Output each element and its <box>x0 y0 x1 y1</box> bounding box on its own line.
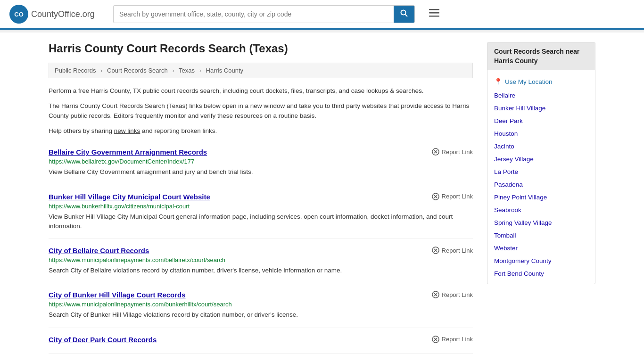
sidebar-item[interactable]: Spring Valley Village <box>487 216 595 229</box>
result-url: https://www.municipalonlinepayments.com/… <box>49 301 473 308</box>
result-url: https://www.bunkerhilltx.gov/citizens/mu… <box>49 203 473 210</box>
logo-icon: CO <box>9 5 28 24</box>
sidebar-item-link-piney-point-village[interactable]: Piney Point Village <box>494 194 547 201</box>
report-link[interactable]: Report Link <box>432 193 473 200</box>
sidebar-item-link-bunker-hill-village[interactable]: Bunker Hill Village <box>494 105 545 112</box>
report-link-label: Report Link <box>442 148 473 156</box>
results-container: Bellaire City Government Arraignment Rec… <box>49 140 473 353</box>
breadcrumb: Public Records › Court Records Search › … <box>49 63 473 78</box>
result-url: https://www.bellairetx.gov/DocumentCente… <box>49 158 473 165</box>
sidebar-item-link-seabrook[interactable]: Seabrook <box>494 206 521 214</box>
breadcrumb-court-records-search[interactable]: Court Records Search <box>107 67 168 74</box>
report-icon <box>432 148 439 156</box>
sidebar-item[interactable]: Jacinto <box>487 140 595 153</box>
result-item: City of Bunker Hill Village Court Record… <box>49 283 473 328</box>
sidebar-header: Court Records Search near Harris County <box>487 42 595 70</box>
intro-paragraph-2: The Harris County Court Records Search (… <box>49 101 473 121</box>
use-my-location[interactable]: 📍 Use My Location <box>487 74 595 89</box>
sidebar-item-link-fort-bend-county[interactable]: Fort Bend County <box>494 270 544 277</box>
result-title-link[interactable]: City of Bellaire Court Records <box>49 247 149 255</box>
sidebar-item[interactable]: Montgomery County <box>487 255 595 267</box>
sidebar-item[interactable]: Webster <box>487 242 595 255</box>
svg-text:CO: CO <box>14 11 24 18</box>
sidebar-item-link-webster[interactable]: Webster <box>494 245 518 252</box>
logo-text: CountyOffice.org <box>31 9 95 19</box>
sidebar-items-container: BellaireBunker Hill VillageDeer ParkHous… <box>487 89 595 280</box>
result-url: https://www.municipalonlinepayments.com/… <box>49 256 473 263</box>
report-icon <box>432 247 439 254</box>
main-content: Harris County Court Records Search (Texa… <box>49 42 473 354</box>
search-button[interactable] <box>394 6 414 23</box>
breadcrumb-harris-county[interactable]: Harris County <box>206 67 243 74</box>
sidebar-item[interactable]: Jersey Village <box>487 153 595 165</box>
new-links-link[interactable]: new links <box>114 127 140 134</box>
sidebar-item-link-deer-park[interactable]: Deer Park <box>494 117 523 124</box>
report-icon <box>432 336 439 343</box>
sidebar-item[interactable]: Bellaire <box>487 89 595 102</box>
sidebar-item-link-houston[interactable]: Houston <box>494 130 518 137</box>
result-item: Bellaire City Government Arraignment Rec… <box>49 140 473 185</box>
report-link-label: Report Link <box>442 336 473 343</box>
sidebar-item[interactable]: Tomball <box>487 229 595 242</box>
sidebar-item-link-pasadena[interactable]: Pasadena <box>494 181 523 188</box>
intro-paragraph-3: Help others by sharing new links and rep… <box>49 126 473 136</box>
sidebar-item-link-tomball[interactable]: Tomball <box>494 232 516 239</box>
report-link[interactable]: Report Link <box>432 336 473 343</box>
sidebar-item[interactable]: Pasadena <box>487 178 595 191</box>
sidebar-item[interactable]: Fort Bend County <box>487 267 595 280</box>
logo[interactable]: CO CountyOffice.org <box>9 5 104 24</box>
sidebar-item-link-bellaire[interactable]: Bellaire <box>494 92 515 99</box>
report-link[interactable]: Report Link <box>432 247 473 254</box>
svg-rect-5 <box>429 12 439 14</box>
svg-line-3 <box>405 15 408 17</box>
sidebar-item-link-la-porte[interactable]: La Porte <box>494 168 518 175</box>
report-link-label: Report Link <box>442 247 473 254</box>
svg-point-2 <box>401 10 406 15</box>
result-description: View Bellaire City Government arraignmen… <box>49 167 473 177</box>
sidebar-item-link-jersey-village[interactable]: Jersey Village <box>494 156 534 163</box>
menu-button[interactable] <box>429 8 439 20</box>
result-item: City of Bellaire Court RecordsReport Lin… <box>49 239 473 283</box>
report-icon <box>432 291 439 298</box>
pin-icon: 📍 <box>494 78 502 85</box>
sidebar-item[interactable]: Bunker Hill Village <box>487 102 595 115</box>
search-input[interactable] <box>114 7 394 22</box>
report-icon <box>432 193 439 200</box>
sidebar: Court Records Search near Harris County … <box>487 42 595 354</box>
sidebar-item[interactable]: La Porte <box>487 165 595 178</box>
sidebar-item-link-montgomery-county[interactable]: Montgomery County <box>494 257 552 264</box>
result-description: View Bunker Hill Village City Municipal … <box>49 212 473 231</box>
sidebar-item-link-jacinto[interactable]: Jacinto <box>494 143 514 150</box>
sidebar-item[interactable]: Deer Park <box>487 115 595 127</box>
report-link[interactable]: Report Link <box>432 291 473 298</box>
sidebar-item-link-spring-valley-village[interactable]: Spring Valley Village <box>494 219 552 226</box>
page-title: Harris County Court Records Search (Texa… <box>49 42 473 55</box>
intro-paragraph-1: Perform a free Harris County, TX public … <box>49 86 473 96</box>
sidebar-item[interactable]: Seabrook <box>487 204 595 216</box>
result-item: Bunker Hill Village City Municipal Court… <box>49 185 473 239</box>
result-title-link[interactable]: City of Bunker Hill Village Court Record… <box>49 291 186 299</box>
svg-rect-4 <box>429 9 439 10</box>
report-link-label: Report Link <box>442 193 473 200</box>
svg-rect-6 <box>429 16 439 17</box>
sidebar-item[interactable]: Houston <box>487 127 595 140</box>
use-my-location-link[interactable]: Use My Location <box>505 78 553 85</box>
sidebar-item[interactable]: Piney Point Village <box>487 191 595 204</box>
report-link-label: Report Link <box>442 291 473 298</box>
result-description: Search City of Bunker Hill Village viola… <box>49 310 473 320</box>
sidebar-list: 📍 Use My Location BellaireBunker Hill Vi… <box>487 70 595 284</box>
result-description: Search City of Bellaire violations recor… <box>49 266 473 275</box>
result-item: City of Deer Park Court RecordsReport Li… <box>49 328 473 354</box>
result-title-link[interactable]: Bunker Hill Village City Municipal Court… <box>49 193 210 201</box>
result-title-link[interactable]: City of Deer Park Court Records <box>49 336 157 344</box>
breadcrumb-texas[interactable]: Texas <box>179 67 195 74</box>
breadcrumb-public-records[interactable]: Public Records <box>55 67 96 74</box>
search-bar[interactable] <box>113 5 415 23</box>
result-title-link[interactable]: Bellaire City Government Arraignment Rec… <box>49 148 207 156</box>
report-link[interactable]: Report Link <box>432 148 473 156</box>
